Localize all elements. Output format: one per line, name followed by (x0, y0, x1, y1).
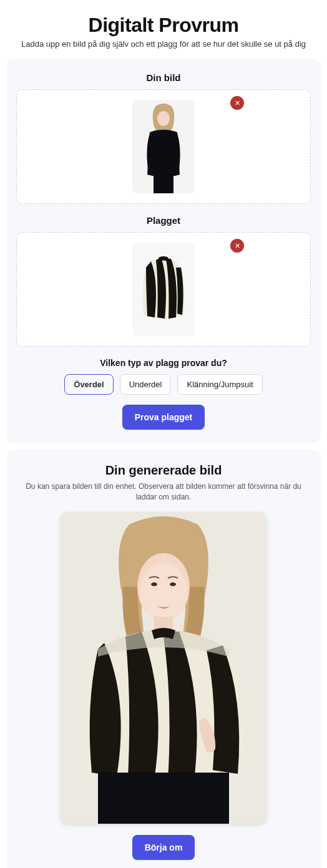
svg-point-6 (140, 563, 187, 620)
result-card: Din genererade bild Du kan spara bilden … (6, 450, 321, 868)
garment-type-options: Överdel Underdel Klänning/Jumpsuit (16, 374, 311, 395)
garment-type-option-dress[interactable]: Klänning/Jumpsuit (177, 374, 262, 395)
remove-user-image-button[interactable]: ✕ (230, 96, 244, 110)
svg-point-1 (157, 111, 170, 126)
try-garment-button[interactable]: Prova plagget (122, 405, 205, 430)
garment-type-option-top[interactable]: Överdel (64, 374, 113, 395)
user-image-dropzone[interactable]: ✕ (16, 89, 311, 204)
garment-image-label: Plagget (16, 215, 311, 226)
page-subtitle: Ladda upp en bild på dig själv och ett p… (9, 39, 318, 49)
user-image-label: Din bild (16, 72, 311, 83)
garment-type-prompt: Vilken typ av plagg provar du? (16, 358, 311, 368)
garment-image-thumb (132, 243, 195, 336)
svg-point-7 (151, 582, 157, 586)
garment-type-option-bottom[interactable]: Underdel (120, 374, 172, 395)
restart-button[interactable]: Börja om (132, 835, 195, 860)
page-title: Digitalt Provrum (5, 14, 322, 37)
remove-garment-image-button[interactable]: ✕ (230, 239, 244, 253)
generated-image (61, 512, 266, 824)
garment-image-dropzone[interactable]: ✕ (16, 232, 311, 347)
result-title: Din genererade bild (16, 463, 311, 478)
upload-card: Din bild ✕ Plag (6, 59, 321, 443)
svg-rect-2 (154, 173, 173, 193)
result-note: Du kan spara bilden till din enhet. Obse… (20, 481, 307, 503)
user-image-thumb (132, 100, 195, 193)
svg-point-8 (170, 582, 176, 586)
